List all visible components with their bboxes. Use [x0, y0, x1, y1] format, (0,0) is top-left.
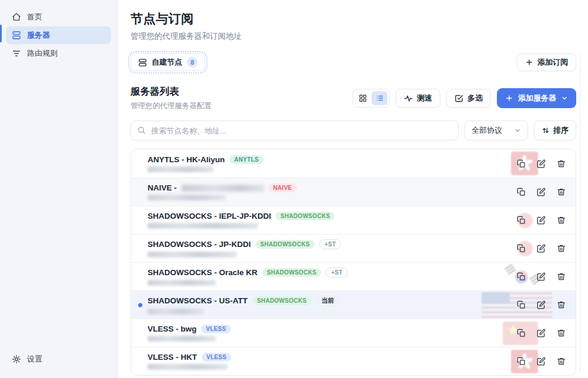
grid-icon	[359, 94, 367, 102]
sidebar-item-home[interactable]: 首页	[6, 8, 111, 26]
sidebar-item-label: 路由规则	[27, 48, 58, 59]
grid-view-button[interactable]	[355, 91, 370, 105]
sidebar-item-routing-rules[interactable]: 路由规则	[6, 45, 111, 62]
edit-icon	[537, 357, 546, 366]
edit-button[interactable]	[533, 297, 549, 313]
active-indicator	[0, 25, 2, 42]
app-window: 首页 服务器 路由规则 设置 节点与订阅 管理您的代理服务器和订阅地	[0, 0, 588, 378]
chevron-down-icon	[514, 127, 521, 134]
page-subtitle: 管理您的代理服务器和订阅地址	[131, 31, 576, 42]
delete-button[interactable]	[553, 156, 569, 171]
server-icon	[138, 58, 147, 67]
copy-button[interactable]	[513, 297, 529, 313]
delete-button[interactable]	[553, 241, 569, 256]
edit-button[interactable]	[533, 156, 549, 171]
scrollbar[interactable]	[580, 54, 580, 372]
view-toggle	[352, 89, 390, 108]
edit-icon	[537, 216, 546, 225]
server-name: SHADOWSOCKS - JP-KDDI	[148, 240, 251, 249]
chevron-down-icon	[561, 95, 568, 102]
protocol-filter-select[interactable]: 全部协议	[465, 121, 528, 141]
copy-icon	[517, 216, 526, 225]
copy-button[interactable]	[513, 241, 529, 256]
add-server-label: 添加服务器	[518, 93, 556, 103]
edit-icon	[537, 272, 546, 281]
copy-button[interactable]	[513, 185, 529, 200]
server-row[interactable]: SHADOWSOCKS - Oracle KRSHADOWSOCKS+ST	[131, 262, 576, 290]
redacted-server-address	[148, 223, 258, 229]
plus-icon	[525, 58, 533, 66]
server-icon	[12, 31, 21, 40]
protocol-badge: SHADOWSOCKS	[262, 268, 321, 277]
redacted-server-address	[148, 280, 216, 286]
sort-button[interactable]: 排序	[534, 121, 576, 141]
multi-select-button[interactable]: 多选	[446, 89, 491, 108]
edit-button[interactable]	[533, 185, 549, 200]
protocol-badge: SHADOWSOCKS	[252, 296, 311, 305]
copy-icon	[517, 159, 526, 168]
server-name: SHADOWSOCKS - IEPL-JP-KDDI	[148, 212, 271, 220]
server-name: SHADOWSOCKS - US-ATT	[148, 296, 248, 305]
trash-icon	[557, 329, 566, 337]
server-row[interactable]: SHADOWSOCKS - US-ATTSHADOWSOCKS当前	[131, 290, 576, 319]
trash-icon	[557, 357, 566, 366]
trash-icon	[557, 300, 566, 309]
sort-label: 排序	[553, 125, 569, 136]
edit-icon	[537, 188, 546, 196]
protocol-filter-label: 全部协议	[472, 125, 502, 136]
routes-icon	[12, 49, 21, 58]
delete-button[interactable]	[553, 213, 569, 228]
delete-button[interactable]	[553, 297, 569, 313]
edit-button[interactable]	[533, 354, 549, 369]
delete-button[interactable]	[553, 326, 569, 341]
server-row[interactable]: SHADOWSOCKS - IEPL-JP-KDDISHADOWSOCKS	[131, 206, 576, 234]
server-row[interactable]: VLESS - HKTVLESS	[131, 347, 576, 375]
activity-icon	[404, 94, 413, 103]
server-row[interactable]: NAIVE - NAIVE	[131, 178, 576, 206]
speed-test-label: 测速	[417, 93, 432, 103]
search-input[interactable]	[131, 121, 459, 141]
delete-button[interactable]	[553, 185, 569, 200]
protocol-badge: ANYTLS	[229, 155, 263, 164]
server-name: NAIVE -	[148, 183, 177, 192]
delete-button[interactable]	[553, 269, 569, 285]
copy-button[interactable]	[513, 354, 529, 369]
trash-icon	[557, 272, 566, 281]
protocol-badge: VLESS	[202, 353, 231, 362]
edit-button[interactable]	[533, 213, 549, 228]
main-content: 节点与订阅 管理您的代理服务器和订阅地址 自建节点 8 添加订阅 服务器列表 管…	[118, 0, 588, 378]
edit-icon	[537, 300, 546, 309]
server-row[interactable]: ANYTLS - HK-AliyunANYTLS	[131, 149, 576, 178]
server-row[interactable]: VLESS - bwgVLESS	[131, 319, 576, 347]
edit-icon	[537, 244, 546, 253]
sidebar: 首页 服务器 路由规则 设置	[0, 0, 118, 378]
sidebar-item-settings[interactable]: 设置	[6, 350, 111, 368]
server-row[interactable]: SHADOWSOCKS - JP-KDDISHADOWSOCKS+ST	[131, 234, 576, 262]
trash-icon	[557, 159, 566, 168]
edit-button[interactable]	[533, 326, 549, 341]
add-server-button[interactable]: 添加服务器	[497, 88, 576, 108]
home-icon	[12, 12, 21, 22]
redacted-server-address	[148, 309, 204, 315]
copy-button[interactable]	[513, 156, 529, 171]
server-name: ANYTLS - HK-Aliyun	[148, 155, 225, 164]
sidebar-item-servers[interactable]: 服务器	[6, 26, 111, 44]
copy-button[interactable]	[513, 269, 529, 285]
edit-button[interactable]	[533, 241, 549, 256]
sort-icon	[542, 126, 550, 135]
speed-test-button[interactable]: 测速	[396, 89, 440, 108]
copy-button[interactable]	[513, 326, 529, 341]
copy-icon	[517, 357, 526, 366]
edit-button[interactable]	[533, 269, 549, 285]
copy-button[interactable]	[513, 213, 529, 228]
sidebar-item-label: 设置	[27, 354, 42, 364]
delete-button[interactable]	[553, 354, 569, 369]
copy-icon	[517, 329, 526, 337]
list-view-button[interactable]	[372, 91, 387, 105]
list-icon	[376, 94, 384, 102]
add-subscription-button[interactable]: 添加订阅	[517, 53, 576, 71]
redacted-server-address	[148, 195, 225, 200]
redacted-server-address	[148, 166, 213, 172]
tab-self-built-nodes[interactable]: 自建节点 8	[131, 53, 205, 71]
protocol-badge: +ST	[326, 267, 348, 277]
